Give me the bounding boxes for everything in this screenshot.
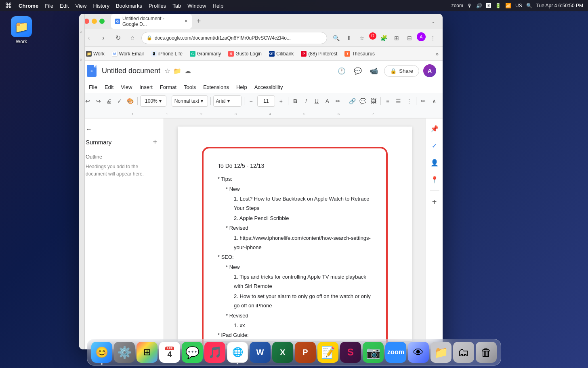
comment-button[interactable]: 💬	[352, 65, 364, 77]
bookmark-thesaurus[interactable]: T Thesaurus	[342, 50, 378, 58]
menu-edit[interactable]: Edit	[60, 3, 69, 9]
sidebar-add-button[interactable]: +	[153, 138, 157, 146]
menu-item-accessibility[interactable]: Accessibility	[251, 82, 286, 92]
add-sidebar-button[interactable]: +	[428, 196, 441, 208]
tab-close[interactable]: ✕	[184, 19, 188, 24]
menu-bookmarks[interactable]: Bookmarks	[116, 3, 142, 9]
reload-button[interactable]: ↻	[112, 32, 124, 44]
bookmark-gusto[interactable]: G Gusto Login	[225, 50, 265, 58]
dock-item-excel[interactable]: X	[272, 342, 293, 363]
keep-icon[interactable]: 📌	[428, 123, 441, 135]
zoom-selector[interactable]: 100% ▾	[140, 95, 166, 107]
bookmark-pinterest[interactable]: P (88) Pinterest	[298, 50, 340, 58]
dock-item-preview[interactable]: 👁	[408, 342, 429, 363]
menu-item-extensions[interactable]: Extensions	[200, 82, 232, 92]
menu-item-tools[interactable]: Tools	[181, 82, 199, 92]
maximize-button[interactable]	[99, 19, 105, 24]
bookmark-work[interactable]: 📁 Work	[83, 50, 107, 58]
dock-item-word[interactable]: W	[250, 342, 271, 363]
dock-item-notes[interactable]: 📝	[317, 342, 338, 363]
dock-item-files[interactable]: 🗂	[453, 342, 474, 363]
menubar-volume[interactable]: 🔊	[476, 3, 482, 8]
menu-view[interactable]: View	[75, 3, 86, 9]
history-button[interactable]: 🕐	[336, 65, 348, 77]
desktop-icon-work[interactable]: 📁 Work	[7, 16, 36, 44]
window-chevron[interactable]: ⌄	[429, 17, 438, 26]
video-button[interactable]: 📹	[368, 65, 380, 77]
maps-icon[interactable]: 📍	[428, 173, 441, 186]
menu-item-help[interactable]: Help	[233, 82, 250, 92]
bookmarks-more-button[interactable]: »	[435, 51, 439, 57]
tasks-icon[interactable]: ✓	[428, 140, 441, 152]
menubar-search[interactable]: 🔍	[526, 3, 532, 8]
font-size-selector[interactable]: 11	[257, 95, 275, 107]
dock-item-chrome[interactable]: 🌐	[227, 342, 248, 363]
dock-item-music[interactable]: 🎵	[204, 342, 225, 363]
new-tab-button[interactable]: +	[194, 17, 203, 26]
draw-button[interactable]: ✏	[419, 95, 428, 107]
link-button[interactable]: 🔗	[348, 95, 357, 107]
font-size-decrease-button[interactable]: −	[246, 95, 255, 107]
cast-icon[interactable]: ⊞	[391, 32, 402, 44]
menu-item-view[interactable]: View	[118, 82, 135, 92]
menubar-microphone[interactable]: 🎙	[467, 3, 472, 8]
toolbar-collapse-button[interactable]: ∧	[429, 95, 438, 107]
sidebar-back-button[interactable]: ←	[79, 123, 164, 135]
extensions-icon[interactable]: 🧩	[378, 32, 389, 44]
star-icon[interactable]: ☆	[164, 67, 170, 75]
share-button[interactable]: 🔒 Share	[384, 65, 419, 77]
back-button[interactable]: ‹	[83, 32, 94, 44]
menu-tab[interactable]: Tab	[172, 3, 181, 9]
alignment-button[interactable]: ≡	[383, 95, 392, 107]
menu-file[interactable]: File	[45, 3, 53, 9]
bookmark-work-email[interactable]: M Work Email	[109, 50, 147, 58]
font-size-increase-button[interactable]: +	[277, 95, 286, 107]
search-icon[interactable]: 🔍	[330, 32, 342, 44]
dock-item-slack[interactable]: S	[340, 342, 361, 363]
dock-item-facetime[interactable]: 📷	[363, 342, 384, 363]
spell-check-button[interactable]: ✓	[115, 95, 124, 107]
active-tab[interactable]: G Untitled document - Google D... ✕	[111, 14, 192, 29]
minimize-button[interactable]	[92, 19, 97, 24]
apple-menu[interactable]: ⌘	[5, 1, 12, 10]
menu-item-file[interactable]: File	[86, 82, 101, 92]
menu-dots-icon[interactable]: ⋮	[427, 32, 439, 44]
user-avatar[interactable]: A	[423, 64, 436, 77]
menu-item-edit[interactable]: Edit	[101, 82, 117, 92]
print-button[interactable]: 🖨	[105, 95, 113, 107]
dock-item-zoom[interactable]: zoom	[385, 342, 406, 363]
highlight-button[interactable]: ✏	[334, 95, 342, 107]
dock-item-airdrop[interactable]: 📁	[430, 342, 452, 363]
share-icon[interactable]: ⬆	[343, 32, 355, 44]
menu-item-format[interactable]: Format	[157, 82, 180, 92]
bookmark-iphone-life[interactable]: 📱 iPhone Life	[148, 50, 185, 58]
underline-button[interactable]: U	[312, 95, 321, 107]
bookmark-citibank[interactable]: CITI Citibank	[266, 50, 296, 58]
home-button[interactable]: ⌂	[127, 32, 138, 44]
text-color-button[interactable]: A	[323, 95, 332, 107]
opera-icon[interactable]: O	[369, 32, 376, 40]
menubar-bluetooth[interactable]: 🅱	[486, 3, 491, 8]
menu-window[interactable]: Window	[187, 3, 206, 9]
sidebar-toggle-icon[interactable]: ⊟	[404, 32, 415, 44]
italic-button[interactable]: I	[301, 95, 310, 107]
dock-item-trash[interactable]: 🗑	[476, 342, 497, 363]
contacts-icon[interactable]: 👤	[428, 157, 441, 169]
menu-item-insert[interactable]: Insert	[136, 82, 156, 92]
dock-item-launchpad[interactable]: ⊞	[136, 342, 158, 363]
more-button[interactable]: ⋮	[405, 95, 414, 107]
menu-history[interactable]: History	[93, 3, 109, 9]
app-menu-chrome[interactable]: Chrome	[19, 3, 38, 9]
dock-item-messages[interactable]: 💬	[182, 342, 203, 363]
profile-icon[interactable]: A	[417, 32, 426, 41]
image-button[interactable]: 🖼	[369, 95, 378, 107]
dock-item-calendar[interactable]: APR 4	[159, 342, 180, 363]
dock-item-finder[interactable]: 😊	[91, 342, 112, 363]
bookmark-star-icon[interactable]: ☆	[356, 32, 368, 44]
paint-format-button[interactable]: 🎨	[126, 95, 135, 107]
folder-icon[interactable]: 📁	[173, 67, 181, 75]
doc-area[interactable]: To Do 12/5 - 12/13 * Tips: * New 1. Lost…	[164, 118, 426, 349]
comment-button-toolbar[interactable]: 💬	[358, 95, 367, 107]
forward-button[interactable]: ›	[98, 32, 109, 44]
style-selector[interactable]: Normal text ▾	[172, 95, 208, 107]
